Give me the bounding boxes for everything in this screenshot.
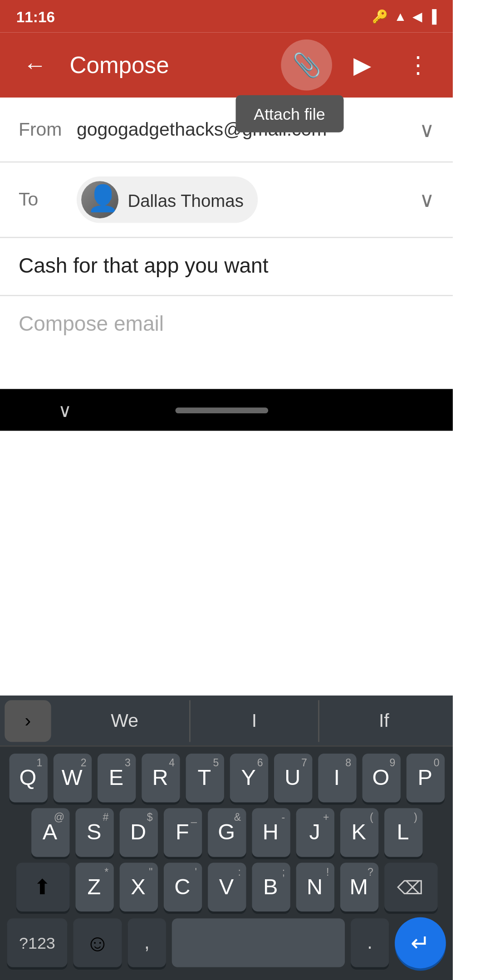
signal-icon: ◀ (412, 9, 421, 24)
more-button[interactable]: ⋮ (392, 39, 444, 91)
key-f[interactable]: _F (163, 808, 201, 857)
key-c[interactable]: 'C (163, 863, 201, 911)
key-t[interactable]: 5T (185, 754, 223, 802)
status-icons: 🔑 ▲ ◀ ▐ (372, 9, 437, 24)
to-field-row: To Dallas Thomas ∨ (0, 162, 453, 238)
from-label: From (19, 119, 77, 140)
numbers-label: ?123 (19, 934, 55, 952)
key-v[interactable]: :V (207, 863, 245, 911)
enter-button[interactable]: ↵ (395, 917, 446, 969)
suggestion-2[interactable]: I (189, 700, 318, 741)
compose-form: From gogogadgethacks@gmail.com ∨ To Dall… (0, 98, 453, 389)
comma-label: , (144, 931, 150, 955)
shift-button[interactable]: ⬆ (16, 863, 69, 911)
keyboard: › We I If 1Q 2W 3E 4R 5T 6Y 7U 8I 9O 0P … (0, 696, 453, 980)
attach-button[interactable]: 📎 (281, 39, 332, 91)
from-field-row: From gogogadgethacks@gmail.com ∨ (0, 98, 453, 162)
back-button[interactable]: ← (9, 39, 60, 91)
to-chevron-icon[interactable]: ∨ (419, 187, 434, 212)
nav-home-pill[interactable] (175, 407, 268, 413)
attach-icon: 📎 (292, 51, 321, 79)
app-bar-actions: 📎 Attach file ▶ ⋮ (281, 39, 443, 91)
nav-back-button[interactable]: ∨ (46, 394, 83, 426)
key-z[interactable]: *Z (75, 863, 113, 911)
key-l[interactable]: )L (384, 808, 422, 857)
recipient-chip[interactable]: Dallas Thomas (77, 176, 258, 223)
key-bottom-row: ?123 ☺ , . ↵ (4, 917, 450, 969)
attach-tooltip: Attach file (235, 95, 343, 132)
key-row-2: @A #S $D _F &G -H +J (K )L (4, 808, 450, 857)
app-bar: ← Compose 📎 Attach file ▶ ⋮ (0, 33, 453, 98)
status-time: 11:16 (16, 8, 55, 25)
key-m[interactable]: ?M (340, 863, 378, 911)
key-w[interactable]: 2W (53, 754, 91, 802)
key-row-3: ⬆ *Z "X 'C :V ;B !N ?M ⌫ (4, 863, 450, 911)
key-n[interactable]: !N (295, 863, 333, 911)
key-icon: 🔑 (372, 9, 388, 24)
numbers-button[interactable]: ?123 (7, 918, 67, 967)
key-q[interactable]: 1Q (9, 754, 47, 802)
battery-icon: ▐ (427, 9, 436, 23)
key-d[interactable]: $D (119, 808, 157, 857)
delete-button[interactable]: ⌫ (384, 863, 437, 911)
back-icon: ← (23, 52, 46, 78)
key-k[interactable]: (K (340, 808, 378, 857)
key-o[interactable]: 9O (362, 754, 400, 802)
to-value[interactable]: Dallas Thomas (77, 176, 419, 223)
to-label: To (19, 189, 77, 210)
key-p[interactable]: 0P (406, 754, 444, 802)
space-button[interactable] (172, 918, 345, 967)
page-title: Compose (60, 52, 281, 78)
keyboard-keys: 1Q 2W 3E 4R 5T 6Y 7U 8I 9O 0P @A #S $D _… (0, 747, 453, 980)
key-u[interactable]: 7U (274, 754, 312, 802)
body-placeholder: Compose email (19, 312, 164, 335)
send-button[interactable]: ▶ (337, 39, 388, 91)
shift-icon: ⬆ (34, 874, 51, 900)
period-label: . (367, 931, 372, 955)
key-b[interactable]: ;B (251, 863, 289, 911)
emoji-button[interactable]: ☺ (73, 918, 122, 967)
nav-bar: ∨ (0, 389, 453, 431)
emoji-icon: ☺ (86, 930, 109, 956)
key-y[interactable]: 6Y (229, 754, 267, 802)
key-row-1: 1Q 2W 3E 4R 5T 6Y 7U 8I 9O 0P (4, 754, 450, 802)
suggestion-1[interactable]: We (60, 700, 189, 741)
subject-row[interactable]: Cash for that app you want (0, 238, 453, 296)
period-button[interactable]: . (351, 918, 389, 967)
key-h[interactable]: -H (251, 808, 289, 857)
status-bar: 11:16 🔑 ▲ ◀ ▐ (0, 0, 453, 33)
enter-icon: ↵ (411, 929, 431, 956)
delete-icon: ⌫ (397, 876, 424, 898)
suggestion-3[interactable]: If (318, 700, 448, 741)
body-row[interactable]: Compose email (0, 296, 453, 389)
suggestions-expand-button[interactable]: › (5, 700, 51, 741)
key-g[interactable]: &G (207, 808, 245, 857)
key-x[interactable]: "X (119, 863, 157, 911)
comma-button[interactable]: , (128, 918, 166, 967)
suggestions-list: We I If (60, 700, 448, 741)
key-a[interactable]: @A (31, 808, 69, 857)
more-icon: ⋮ (407, 51, 430, 79)
send-icon: ▶ (353, 51, 371, 79)
expand-icon: › (25, 710, 31, 731)
key-i[interactable]: 8I (318, 754, 356, 802)
recipient-name: Dallas Thomas (128, 190, 244, 210)
recipient-avatar (81, 181, 118, 218)
suggestions-bar: › We I If (0, 696, 453, 747)
key-j[interactable]: +J (295, 808, 333, 857)
key-r[interactable]: 4R (141, 754, 179, 802)
subject-value[interactable]: Cash for that app you want (19, 254, 269, 277)
wifi-icon: ▲ (394, 9, 407, 23)
from-chevron-icon[interactable]: ∨ (419, 117, 434, 142)
nav-back-icon: ∨ (58, 400, 72, 420)
key-s[interactable]: #S (75, 808, 113, 857)
key-e[interactable]: 3E (97, 754, 135, 802)
